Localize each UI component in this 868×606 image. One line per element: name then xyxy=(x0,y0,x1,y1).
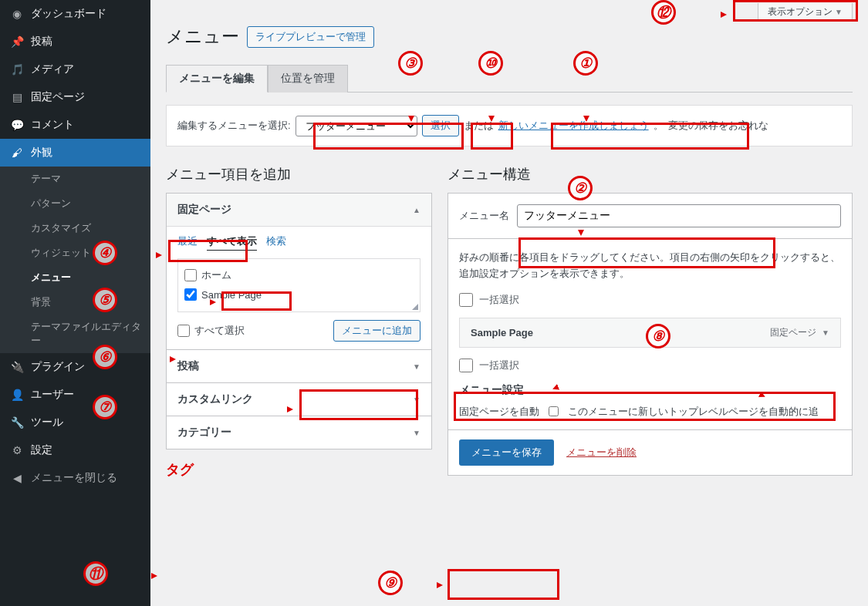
triangle-up-icon: ▲ xyxy=(413,206,420,214)
dashboard-icon: ◉ xyxy=(9,6,25,22)
submenu-themes[interactable]: テーマ xyxy=(0,167,150,191)
triangle-down-icon: ▼ xyxy=(413,362,420,371)
accordion-posts: 投稿▼ xyxy=(166,350,432,383)
tab-search[interactable]: 検索 xyxy=(266,234,286,251)
menu-item-sample-page[interactable]: Sample Page 固定ページ ▼ xyxy=(459,318,841,348)
sidebar-item-appearance[interactable]: 🖌外観 xyxy=(0,139,150,167)
page-icon: ▤ xyxy=(9,89,25,105)
pin-icon: 📌 xyxy=(9,34,25,49)
sidebar-item-dashboard[interactable]: ◉ダッシュボード xyxy=(0,0,150,28)
resize-handle[interactable] xyxy=(412,304,418,310)
select-label: 編集するメニューを選択: xyxy=(177,119,291,133)
tool-icon: 🔧 xyxy=(9,415,25,430)
submenu-widgets[interactable]: ウィジェット xyxy=(0,241,150,265)
bulk-select-bottom[interactable] xyxy=(459,359,473,372)
checkbox-sample[interactable] xyxy=(184,288,197,301)
save-menu-button[interactable]: メニューを保存 xyxy=(459,439,554,466)
sidebar-item-comments[interactable]: 💬コメント xyxy=(0,111,150,139)
sidebar-item-settings[interactable]: ⚙設定 xyxy=(0,436,150,464)
checkbox-home[interactable] xyxy=(184,269,197,281)
tags-heading: タグ xyxy=(166,460,432,479)
settings-icon: ⚙ xyxy=(9,443,25,458)
sidebar-item-posts[interactable]: 📌投稿 xyxy=(0,28,150,56)
appearance-submenu: テーマ パターン カスタマイズ ウィジェット メニュー 背景 テーマファイルエデ… xyxy=(0,167,150,353)
submenu-menus[interactable]: メニュー xyxy=(0,265,150,290)
pages-list: ホーム Sample Page xyxy=(177,258,420,312)
accordion-posts-header[interactable]: 投稿▼ xyxy=(167,350,431,382)
admin-sidebar: ◉ダッシュボード 📌投稿 🎵メディア ▤固定ページ 💬コメント 🖌外観 テーマ … xyxy=(0,0,150,606)
accordion-pages: 固定ページ ▲ 最近 すべて表示 検索 ホーム Sample Page xyxy=(166,193,432,350)
submenu-patterns[interactable]: パターン xyxy=(0,191,150,216)
media-icon: 🎵 xyxy=(9,62,25,77)
comment-icon: 💬 xyxy=(9,117,25,133)
tab-manage-locations[interactable]: 位置を管理 xyxy=(268,65,348,93)
brush-icon: 🖌 xyxy=(9,145,25,160)
checkbox-select-all[interactable] xyxy=(177,325,190,337)
nav-tabs: メニューを編集 位置を管理 xyxy=(166,64,853,93)
sidebar-item-media[interactable]: 🎵メディア xyxy=(0,56,150,83)
sidebar-item-collapse[interactable]: ◀メニューを閉じる xyxy=(0,464,150,492)
menu-name-input[interactable] xyxy=(517,204,841,227)
sidebar-item-pages[interactable]: ▤固定ページ xyxy=(0,83,150,111)
submenu-customize[interactable]: カスタマイズ xyxy=(0,216,150,241)
sidebar-item-tools[interactable]: 🔧ツール xyxy=(0,409,150,436)
accordion-pages-header[interactable]: 固定ページ ▲ xyxy=(167,194,431,227)
submenu-editor[interactable]: テーマファイルエディター xyxy=(0,315,150,353)
sidebar-item-users[interactable]: 👤ユーザー xyxy=(0,381,150,409)
bulk-select-top[interactable] xyxy=(459,293,473,307)
triangle-down-icon: ▼ xyxy=(822,328,829,337)
submenu-background[interactable]: 背景 xyxy=(0,290,150,315)
live-preview-button[interactable]: ライブプレビューで管理 xyxy=(247,26,374,48)
tab-edit-menus[interactable]: メニューを編集 xyxy=(166,65,268,93)
user-icon: 👤 xyxy=(9,387,25,402)
menu-name-label: メニュー名 xyxy=(459,209,509,223)
collapse-icon: ◀ xyxy=(9,470,25,486)
triangle-down-icon: ▼ xyxy=(413,429,420,437)
add-items-title: メニュー項目を追加 xyxy=(166,165,432,183)
page-title: メニュー xyxy=(166,25,239,49)
add-to-menu-button[interactable]: メニューに追加 xyxy=(333,320,420,342)
sidebar-item-plugins[interactable]: 🔌プラグイン xyxy=(0,353,150,381)
plugin-icon: 🔌 xyxy=(9,359,25,375)
accordion-categories-header[interactable]: カテゴリー▼ xyxy=(167,416,431,449)
menu-structure-title: メニュー構造 xyxy=(448,165,853,183)
delete-menu-link[interactable]: メニューを削除 xyxy=(566,446,637,460)
accordion-categories: カテゴリー▼ xyxy=(166,416,432,449)
